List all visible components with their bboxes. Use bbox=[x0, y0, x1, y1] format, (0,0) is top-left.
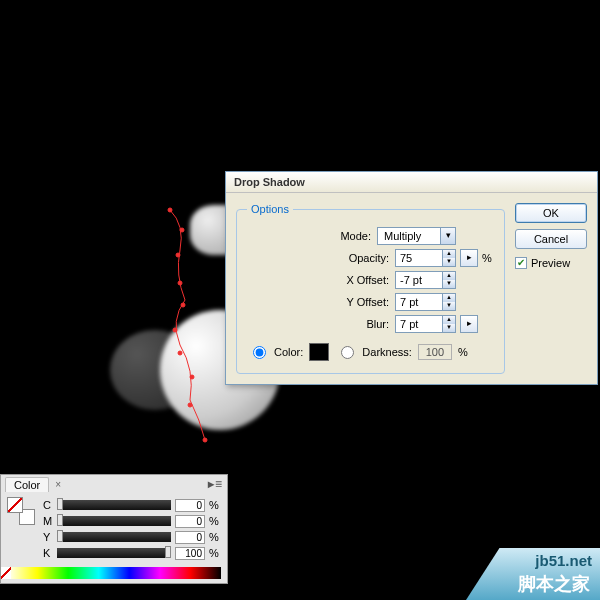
svg-point-8 bbox=[188, 403, 192, 407]
chevron-down-icon[interactable]: ▾ bbox=[440, 228, 455, 244]
drop-shadow-dialog: Drop Shadow Options Mode: Multiply ▾ Opa… bbox=[225, 171, 598, 385]
mode-label: Mode: bbox=[340, 230, 371, 242]
down-icon[interactable]: ▼ bbox=[443, 324, 455, 332]
ok-button[interactable]: OK bbox=[515, 203, 587, 223]
watermark: jb51.net 脚本之家 bbox=[466, 548, 600, 600]
panel-menu-icon[interactable]: ▸≡ bbox=[208, 477, 223, 491]
m-input[interactable] bbox=[175, 515, 205, 528]
xoffset-label: X Offset: bbox=[346, 274, 389, 286]
yoffset-label: Y Offset: bbox=[347, 296, 389, 308]
opacity-input[interactable] bbox=[396, 250, 442, 266]
down-icon[interactable]: ▼ bbox=[443, 280, 455, 288]
fg-bg-swatch[interactable] bbox=[7, 497, 35, 525]
fg-color[interactable] bbox=[7, 497, 23, 513]
up-icon[interactable]: ▲ bbox=[443, 250, 455, 258]
dialog-title: Drop Shadow bbox=[226, 172, 597, 193]
blur-label: Blur: bbox=[366, 318, 389, 330]
color-swatch[interactable] bbox=[309, 343, 329, 361]
svg-point-4 bbox=[181, 303, 185, 307]
watermark-text: 脚本之家 bbox=[518, 572, 590, 596]
blur-spinner[interactable]: ▲▼ bbox=[395, 315, 456, 333]
opacity-label: Opacity: bbox=[349, 252, 389, 264]
yoffset-spinner[interactable]: ▲▼ bbox=[395, 293, 456, 311]
percent-label: % bbox=[458, 346, 470, 358]
svg-point-5 bbox=[173, 328, 177, 332]
blur-input[interactable] bbox=[396, 316, 442, 332]
y-slider[interactable] bbox=[57, 532, 171, 542]
up-icon[interactable]: ▲ bbox=[443, 294, 455, 302]
c-label: C bbox=[43, 499, 53, 511]
darkness-input bbox=[418, 344, 452, 360]
c-input[interactable] bbox=[175, 499, 205, 512]
xoffset-input[interactable] bbox=[396, 272, 442, 288]
darkness-radio[interactable] bbox=[341, 346, 354, 359]
m-slider[interactable] bbox=[57, 516, 171, 526]
svg-point-6 bbox=[178, 351, 182, 355]
darkness-label: Darkness: bbox=[362, 346, 412, 358]
k-slider[interactable] bbox=[57, 548, 171, 558]
color-tab[interactable]: Color bbox=[5, 477, 49, 492]
svg-point-7 bbox=[190, 375, 194, 379]
y-input[interactable] bbox=[175, 531, 205, 544]
blur-slider-button[interactable]: ▸ bbox=[460, 315, 478, 333]
mode-combo[interactable]: Multiply ▾ bbox=[377, 227, 456, 245]
svg-point-1 bbox=[180, 228, 184, 232]
watermark-url: jb51.net bbox=[535, 552, 592, 569]
options-legend: Options bbox=[247, 203, 293, 215]
spectrum-bar[interactable] bbox=[7, 567, 221, 579]
percent-label: % bbox=[482, 252, 494, 264]
mode-value: Multiply bbox=[378, 229, 440, 243]
svg-point-3 bbox=[178, 281, 182, 285]
checkmark-icon: ✔ bbox=[515, 257, 527, 269]
none-color-icon[interactable] bbox=[1, 567, 11, 579]
yoffset-input[interactable] bbox=[396, 294, 442, 310]
svg-point-9 bbox=[203, 438, 207, 442]
opacity-slider-button[interactable]: ▸ bbox=[460, 249, 478, 267]
close-icon[interactable]: × bbox=[55, 479, 61, 490]
down-icon[interactable]: ▼ bbox=[443, 302, 455, 310]
y-label: Y bbox=[43, 531, 53, 543]
cmyk-sliders: C% M% Y% K% bbox=[43, 497, 221, 561]
up-icon[interactable]: ▲ bbox=[443, 316, 455, 324]
k-input[interactable] bbox=[175, 547, 205, 560]
options-fieldset: Options Mode: Multiply ▾ Opacity: ▲▼ ▸ % bbox=[236, 203, 505, 374]
up-icon[interactable]: ▲ bbox=[443, 272, 455, 280]
color-label: Color: bbox=[274, 346, 303, 358]
preview-checkbox[interactable]: ✔ Preview bbox=[515, 257, 587, 269]
k-label: K bbox=[43, 547, 53, 559]
m-label: M bbox=[43, 515, 53, 527]
cancel-button[interactable]: Cancel bbox=[515, 229, 587, 249]
color-radio[interactable] bbox=[253, 346, 266, 359]
down-icon[interactable]: ▼ bbox=[443, 258, 455, 266]
xoffset-spinner[interactable]: ▲▼ bbox=[395, 271, 456, 289]
preview-label: Preview bbox=[531, 257, 570, 269]
opacity-spinner[interactable]: ▲▼ bbox=[395, 249, 456, 267]
svg-point-2 bbox=[176, 253, 180, 257]
color-panel: Color × ▸≡ C% M% Y% K% bbox=[0, 474, 228, 584]
svg-point-0 bbox=[168, 208, 172, 212]
c-slider[interactable] bbox=[57, 500, 171, 510]
